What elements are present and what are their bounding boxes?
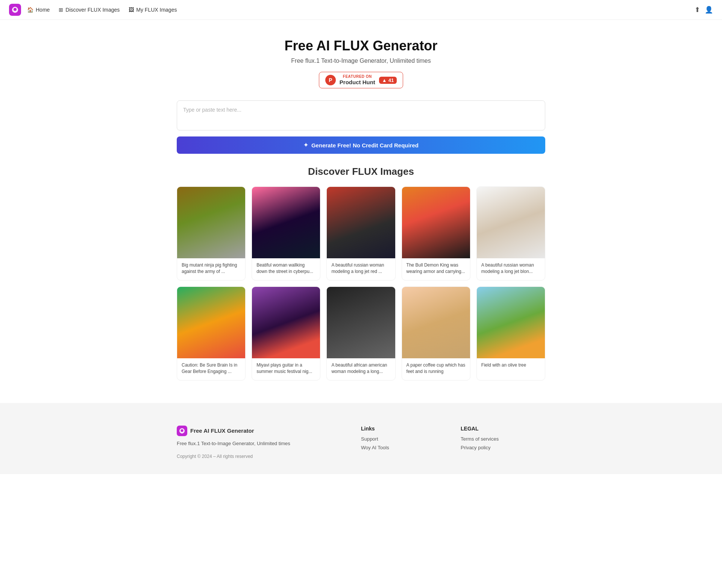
image-placeholder-brain (177, 287, 245, 358)
image-placeholder-pig (177, 187, 245, 258)
discover-section: Discover FLUX Images Big mutant ninja pi… (154, 166, 568, 403)
image-placeholder-demon (402, 187, 470, 258)
image-caption-brain: Caution: Be Sure Brain Is in Gear Before… (177, 358, 245, 380)
image-caption-demon: The Bull Demon King was wearing armor an… (402, 258, 470, 280)
footer-links-col: Links Support Woy AI Tools (361, 426, 446, 459)
user-icon-button[interactable]: 👤 (705, 6, 713, 14)
nav-right: ⬆ 👤 (695, 6, 713, 14)
image-card-coffeecup[interactable]: A paper coffee cup which has feet and is… (402, 286, 470, 380)
image-card-demon[interactable]: The Bull Demon King was wearing armor an… (402, 186, 470, 280)
image-card-guitar[interactable]: Miyavi plays guitar in a summer music fe… (252, 286, 320, 380)
image-caption-redwoman: A beautiful russian woman modeling a lon… (327, 258, 395, 280)
image-placeholder-redwoman (327, 187, 395, 258)
image-placeholder-blonde (477, 187, 545, 258)
app-logo[interactable] (9, 4, 21, 16)
image-card-blonde[interactable]: A beautiful russian woman modeling a lon… (476, 186, 545, 280)
nav-my-images[interactable]: 🖼 My FLUX Images (129, 7, 177, 13)
image-card-cyberpunk[interactable]: Beatiful woman wallking down the street … (252, 186, 320, 280)
triangle-icon: ▲ (382, 77, 387, 83)
footer-link-terms[interactable]: Terms of services (461, 436, 545, 442)
upload-icon-button[interactable]: ⬆ (695, 6, 700, 14)
footer-link-privacy[interactable]: Privacy policy (461, 445, 545, 450)
prompt-input[interactable] (177, 100, 545, 130)
image-card-pig[interactable]: Big mutant ninja pig fighting against th… (177, 186, 246, 280)
user-icon: 👤 (705, 6, 713, 14)
image-caption-cyberpunk: Beatiful woman wallking down the street … (252, 258, 320, 280)
footer-links-heading: Links (361, 426, 446, 432)
image-placeholder-coffeecup (402, 287, 470, 358)
image-caption-coffeecup: A paper coffee cup which has feet and is… (402, 358, 470, 380)
image-icon: 🖼 (129, 7, 134, 13)
footer-link-support[interactable]: Support (361, 436, 446, 442)
product-hunt-text: FEATURED ON Product Hunt (340, 74, 375, 86)
image-placeholder-cyberpunk (252, 187, 320, 258)
footer-inner: Free AI FLUX Generator Free flux.1 Text-… (154, 426, 568, 459)
product-hunt-icon: P (325, 75, 336, 85)
svg-point-1 (14, 8, 17, 11)
image-placeholder-africanwoman (327, 287, 395, 358)
image-grid: Big mutant ninja pig fighting against th… (177, 186, 545, 380)
footer: Free AI FLUX Generator Free flux.1 Text-… (0, 403, 722, 474)
footer-link-woyai[interactable]: Woy AI Tools (361, 445, 446, 450)
image-figure-blonde (477, 187, 545, 258)
image-figure-guitar (252, 287, 320, 358)
hero-section: Free AI FLUX Generator Free flux.1 Text-… (0, 20, 722, 100)
nav-discover[interactable]: ⊞ Discover FLUX Images (59, 7, 120, 13)
image-figure-coffeecup (402, 287, 470, 358)
product-hunt-badge[interactable]: P FEATURED ON Product Hunt ▲ 41 (319, 72, 403, 88)
image-card-africanwoman[interactable]: A beautiful african american woman model… (326, 286, 395, 380)
product-hunt-count: ▲ 41 (379, 77, 397, 84)
svg-point-3 (181, 429, 184, 432)
upload-icon: ⬆ (695, 6, 700, 14)
nav-home[interactable]: 🏠 Home (27, 7, 50, 13)
image-figure-redwoman (327, 187, 395, 258)
image-figure-olivetree (477, 287, 545, 358)
image-figure-demon (402, 187, 470, 258)
footer-legal-col: LEGAL Terms of services Privacy policy (461, 426, 545, 459)
grid-icon: ⊞ (59, 7, 63, 13)
image-caption-pig: Big mutant ninja pig fighting against th… (177, 258, 245, 280)
footer-logo: Free AI FLUX Generator (177, 426, 346, 436)
image-card-brain[interactable]: Caution: Be Sure Brain Is in Gear Before… (177, 286, 246, 380)
hero-subtitle: Free flux.1 Text-to-Image Generator, Unl… (9, 58, 713, 64)
footer-copyright: Copyright © 2024 – All rights reserved (177, 454, 346, 459)
image-placeholder-guitar (252, 287, 320, 358)
footer-brand-name: Free AI FLUX Generator (190, 427, 254, 434)
image-caption-olivetree: Field with an olive tree (477, 358, 545, 374)
image-card-olivetree[interactable]: Field with an olive tree (476, 286, 545, 380)
hero-title: Free AI FLUX Generator (9, 38, 713, 54)
discover-heading: Discover FLUX Images (177, 166, 545, 177)
generator-section: ✦ Generate Free! No Credit Card Required (154, 100, 568, 154)
sparkle-icon: ✦ (303, 142, 308, 149)
nav-links: 🏠 Home ⊞ Discover FLUX Images 🖼 My FLUX … (27, 7, 695, 13)
image-figure-cyberpunk (252, 187, 320, 258)
navbar: 🏠 Home ⊞ Discover FLUX Images 🖼 My FLUX … (0, 0, 722, 20)
image-figure-pig (177, 187, 245, 258)
image-caption-blonde: A beautiful russian woman modeling a lon… (477, 258, 545, 280)
image-figure-brain (177, 287, 245, 358)
image-caption-africanwoman: A beautiful african american woman model… (327, 358, 395, 380)
image-placeholder-olivetree (477, 287, 545, 358)
footer-brand: Free AI FLUX Generator Free flux.1 Text-… (177, 426, 346, 459)
home-icon: 🏠 (27, 7, 33, 13)
image-figure-africanwoman (327, 287, 395, 358)
footer-desc: Free flux.1 Text-to-Image Generator, Unl… (177, 440, 346, 447)
generate-button[interactable]: ✦ Generate Free! No Credit Card Required (177, 136, 545, 154)
footer-legal-heading: LEGAL (461, 426, 545, 432)
image-caption-guitar: Miyavi plays guitar in a summer music fe… (252, 358, 320, 380)
image-card-redwoman[interactable]: A beautiful russian woman modeling a lon… (326, 186, 395, 280)
